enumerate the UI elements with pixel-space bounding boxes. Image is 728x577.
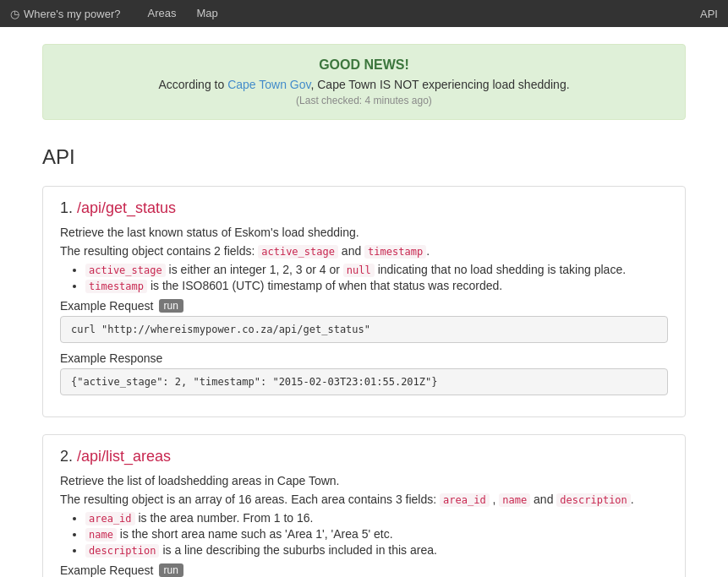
example-response-label-1: Example Response [60,351,668,365]
page-title: API [42,145,686,169]
section-1-bullets: active_stage is either an integer 1, 2, … [85,263,668,292]
main-content: API 1. /api/get_status Retrieve the last… [0,137,728,577]
navbar-right: API [700,8,718,20]
navbar: ◷ Where's my power? Areas Map API [0,0,728,27]
section-2-bullets: area_id is the area number. From 1 to 16… [85,511,668,557]
notice-box: GOOD NEWS! According to Cape Town Gov, C… [42,44,686,120]
bullet-2-2: name is the short area name such as 'Are… [85,527,668,541]
nav-api-label: API [700,8,718,20]
api-section-2: 2. /api/list_areas Retrieve the list of … [42,434,686,577]
clock-icon: ◷ [10,8,19,20]
example-request-label-1: Example Request run [60,299,668,313]
section-2-desc: Retrieve the list of loadshedding areas … [60,474,668,487]
run-button-1[interactable]: run [159,299,183,313]
run-button-2[interactable]: run [159,563,183,577]
section-2-title: 2. /api/list_areas [60,448,668,465]
navbar-brand[interactable]: ◷ Where's my power? [10,8,120,20]
navbar-links: Areas Map [137,0,700,27]
notice-checked: (Last checked: 4 minutes ago) [60,95,668,106]
example-request-label-2: Example Request run [60,563,668,577]
notice-title: GOOD NEWS! [60,57,668,73]
nav-map[interactable]: Map [186,0,227,27]
field-code-name: name [499,493,530,507]
section-2-endpoint[interactable]: /api/list_areas [77,448,171,465]
brand-text: Where's my power? [24,8,120,20]
section-2-number: 2. [60,448,73,465]
section-1-fields: The resulting object contains 2 fields: … [60,244,668,258]
field-code-description: description [556,493,630,507]
field-code-area-id: area_id [440,493,490,507]
bullet-1-2: timestamp is the ISO8601 (UTC) timestamp… [85,279,668,292]
api-section-1: 1. /api/get_status Retrieve the last kno… [42,186,686,417]
section-1-desc: Retrieve the last known status of Eskom'… [60,226,668,239]
example-request-code-1: curl "http://whereismypower.co.za/api/ge… [60,316,668,343]
section-1-number: 1. [60,199,73,216]
notice-body: According to Cape Town Gov, Cape Town IS… [60,78,668,91]
bullet-1-1: active_stage is either an integer 1, 2, … [85,263,668,276]
section-1-title: 1. /api/get_status [60,199,668,217]
notice-prefix: According to [158,78,227,91]
bullet-2-3: description is a line describing the sub… [85,543,668,557]
nav-areas[interactable]: Areas [137,0,186,27]
field-code-active-stage: active_stage [258,245,338,259]
bullet-2-1: area_id is the area number. From 1 to 16… [85,511,668,525]
section-2-fields: The resulting object is an array of 16 a… [60,493,668,506]
notice-link[interactable]: Cape Town Gov [227,78,310,91]
section-1-endpoint[interactable]: /api/get_status [77,199,176,216]
notice-suffix: , Cape Town IS NOT experiencing load she… [310,78,569,91]
example-response-code-1: {"active_stage": 2, "timestamp": "2015-0… [60,368,668,395]
field-code-timestamp: timestamp [364,245,426,259]
